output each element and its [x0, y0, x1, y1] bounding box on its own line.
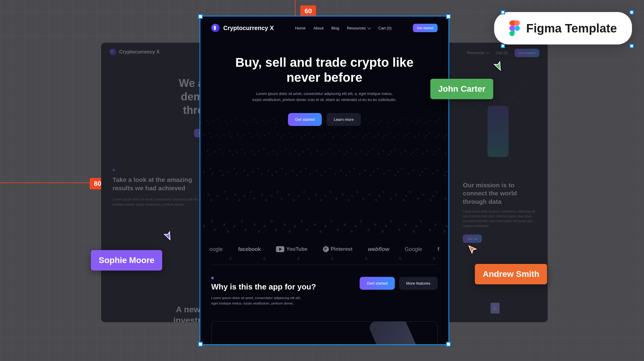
- why-section: Why is this the app for you? Lorem ipsum…: [200, 277, 448, 312]
- figma-logo-icon: [509, 20, 520, 36]
- nav-cta-button[interactable]: Get started: [413, 24, 438, 32]
- pill-handle-tl[interactable]: [501, 10, 505, 14]
- selected-frame[interactable]: Cryptocurrency X Home About Blog Resourc…: [200, 17, 448, 344]
- nav-blog[interactable]: Blog: [331, 26, 339, 30]
- chevron-down-icon: [367, 26, 371, 29]
- why-get-started-button[interactable]: Gert started: [360, 277, 395, 290]
- logo-facebook: facebook: [238, 246, 261, 252]
- logo-google-cut: oogle: [209, 246, 223, 252]
- main-brand-text: Cryptocurrency X: [223, 25, 274, 32]
- feature-card[interactable]: Easy to create wallet: [211, 321, 438, 344]
- measurement-badge-top: 60: [300, 5, 316, 17]
- collaborator-tag-sophie[interactable]: Sophie Moore: [91, 250, 162, 271]
- figma-template-badge[interactable]: Figma Template: [494, 12, 632, 44]
- bg-left-stats-sub: Lorem ipsum dolor sit amet, consectetur …: [113, 197, 206, 207]
- collaborator-tag-john[interactable]: John Carter: [430, 79, 493, 99]
- collaborator-tag-andrew[interactable]: Andrew Smith: [475, 264, 547, 284]
- brand-logo-icon: [110, 49, 116, 55]
- main-nav: Cryptocurrency X Home About Blog Resourc…: [200, 17, 448, 39]
- bg-left-stats-title: Take a look at the amazing results we ha…: [113, 176, 206, 193]
- youtube-icon: [276, 246, 284, 252]
- svg-point-1: [515, 26, 520, 31]
- divider-line: [211, 265, 438, 265]
- bg-right-nav-resources: Resources: [467, 51, 489, 55]
- purple-dot-icon: [211, 277, 214, 279]
- brand-logo-row: oogle facebook YouTube Pinterest webflow…: [200, 246, 448, 252]
- cursor-andrew: [467, 244, 478, 256]
- main-brand[interactable]: Cryptocurrency X: [211, 24, 274, 32]
- selection-handle-tr[interactable]: [446, 14, 451, 19]
- logo-facebook-cut: f: [438, 246, 439, 252]
- selection-handle-bl[interactable]: [198, 342, 203, 347]
- figma-template-label: Figma Template: [526, 22, 617, 35]
- bg-right-get-started-button: Get started: [515, 49, 539, 57]
- why-title: Why is this the app for you?: [211, 282, 316, 292]
- spacing-guide-vertical: [295, 0, 296, 17]
- nav-resources[interactable]: Resources: [347, 26, 370, 30]
- selection-handle-tl[interactable]: [198, 14, 203, 19]
- bg-right-mission-title: Our mission is to connect the world thro…: [463, 181, 538, 206]
- purple-dot-icon: [113, 169, 115, 171]
- hero-title: Buy, sell and trade crypto like never be…: [224, 55, 424, 85]
- hero-subtitle: Lorem ipsum dolor sit amet, consectetur …: [252, 91, 397, 103]
- logo-webflow: webflow: [368, 246, 389, 252]
- phone-illustration: [368, 321, 423, 344]
- why-subtitle: Lorem ipsum dolor sit amet, consectetur …: [211, 295, 308, 306]
- bg-right-nav-cart: Cart (0): [496, 51, 508, 55]
- pinterest-icon: [323, 246, 329, 252]
- logo-google: Google: [405, 246, 422, 252]
- cursor-sophie: [163, 230, 173, 242]
- svg-point-0: [494, 307, 495, 308]
- placeholder-image-icon: [491, 303, 500, 314]
- nav-home[interactable]: Home: [295, 26, 305, 30]
- particle-wave-decoration: [200, 116, 448, 260]
- brand-logo-icon: [211, 24, 220, 32]
- chevron-down-icon: [486, 50, 489, 54]
- bg-left-brand: Cryptocurrency X: [110, 49, 159, 55]
- bg-right-mission-sub: Lorem ipsum dolor sit amet, consectetur …: [463, 209, 538, 228]
- cursor-john: [492, 60, 504, 72]
- pill-handle-br[interactable]: [630, 44, 634, 48]
- bg-left-brand-text: Cryptocurrency X: [119, 49, 159, 55]
- selection-handle-br[interactable]: [446, 342, 451, 347]
- spacing-guide-horizontal: [0, 182, 101, 183]
- nav-cart[interactable]: Cart (0): [378, 26, 392, 30]
- pill-handle-tr[interactable]: [630, 10, 634, 14]
- bg-right-join-button: Join us: [463, 234, 482, 243]
- logo-pinterest: Pinterest: [323, 246, 353, 252]
- hero-section: Buy, sell and trade crypto like never be…: [200, 39, 448, 126]
- logo-youtube: YouTube: [276, 246, 307, 252]
- pill-handle-bl[interactable]: [501, 44, 505, 48]
- nav-about[interactable]: About: [313, 26, 324, 30]
- why-more-features-button[interactable]: More features: [399, 277, 438, 290]
